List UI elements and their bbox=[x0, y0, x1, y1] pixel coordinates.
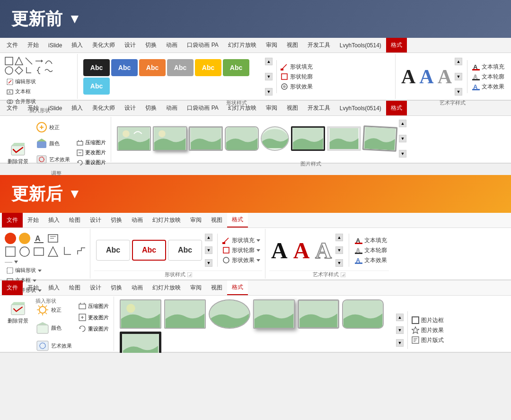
tab-devtools-b1[interactable]: 开发工具 bbox=[303, 38, 335, 52]
tab-devtools-b2[interactable]: 开发工具 bbox=[303, 101, 335, 115]
tab-beautify-b2[interactable]: 美化大师 bbox=[88, 101, 120, 115]
tab-lvyh-b1[interactable]: LvyhTools(0514) bbox=[335, 38, 386, 52]
swatch-yellow[interactable]: Abc bbox=[195, 59, 221, 76]
tab-file-b2[interactable]: 文件 bbox=[2, 101, 23, 115]
after-text-effect-btn[interactable]: A 文本效果 bbox=[355, 256, 387, 264]
tab-animate-b1[interactable]: 动画 bbox=[161, 38, 182, 52]
after-pic-border-btn[interactable]: 图片边框 bbox=[412, 316, 444, 324]
corrections-btn-b[interactable]: 校正 bbox=[33, 120, 73, 135]
text-effect-btn-b[interactable]: A 文本效果 bbox=[472, 83, 504, 91]
scroll-expand-1[interactable]: ▼ bbox=[265, 88, 273, 96]
tab-slideshow-b2[interactable]: 幻灯片放映 bbox=[223, 101, 261, 115]
text-fill-btn-b[interactable]: A 文本填充 bbox=[472, 63, 504, 71]
swatch-black[interactable]: Abc bbox=[83, 59, 110, 76]
tab-design-b2[interactable]: 设计 bbox=[120, 101, 141, 115]
remove-bg-btn-b[interactable]: 删除背景 bbox=[5, 140, 31, 167]
tab-draw-a1[interactable]: 绘图 bbox=[64, 213, 85, 228]
corrections-btn-a[interactable]: 校正 bbox=[33, 301, 75, 318]
after-pic-effect-btn[interactable]: 图片效果 bbox=[412, 326, 444, 334]
tab-islide-b1[interactable]: iSlide bbox=[44, 38, 67, 52]
pic-thumb-thick-border[interactable] bbox=[291, 126, 325, 151]
tab-pa-b2[interactable]: 口袋动画 PA bbox=[182, 101, 223, 115]
shape-fill-btn-b[interactable]: 形状填充 bbox=[281, 63, 313, 71]
art-effects-btn-b[interactable]: 艺术效果 bbox=[33, 152, 73, 167]
tab-switch-a1[interactable]: 切换 bbox=[106, 213, 127, 228]
tab-start-b1[interactable]: 开始 bbox=[23, 38, 44, 52]
pic-thumb-border[interactable] bbox=[189, 126, 223, 151]
reset-btn-b[interactable]: 重设图片 bbox=[75, 158, 108, 167]
swatch-gray[interactable]: Abc bbox=[167, 59, 194, 76]
tab-format-a2[interactable]: 格式 bbox=[227, 280, 248, 295]
pic-thumb-plain[interactable] bbox=[117, 126, 151, 151]
after-pic-layout-btn[interactable]: 图片版式 bbox=[412, 336, 444, 344]
scroll-down-art-a[interactable]: ▼ bbox=[335, 246, 343, 254]
tab-islide-b2[interactable]: iSlide bbox=[44, 101, 67, 115]
tab-view-a1[interactable]: 视图 bbox=[206, 213, 227, 228]
scroll-down-1[interactable]: ▼ bbox=[265, 73, 273, 80]
tab-insert-a1[interactable]: 插入 bbox=[44, 213, 64, 228]
scroll-expand-pic[interactable]: ▼ bbox=[399, 150, 406, 158]
after-pic-thumb-rounded[interactable] bbox=[342, 299, 384, 329]
after-shape-effect-btn[interactable]: 形状效果 bbox=[222, 256, 260, 264]
scroll-down-art[interactable]: ▼ bbox=[455, 73, 462, 80]
tab-design-a1[interactable]: 设计 bbox=[85, 213, 106, 228]
after-swatch-plain2[interactable]: Abc bbox=[168, 240, 202, 261]
remove-bg-btn-a[interactable]: 删除背景 bbox=[5, 299, 31, 326]
tab-animate-a1[interactable]: 动画 bbox=[127, 213, 148, 228]
tab-draw-a2[interactable]: 绘图 bbox=[64, 280, 85, 295]
tab-beautify-b1[interactable]: 美化大师 bbox=[88, 38, 120, 52]
scroll-down-pic-a[interactable]: ▼ bbox=[396, 326, 404, 334]
scroll-up-1[interactable]: ▲ bbox=[265, 58, 273, 65]
tab-review-b1[interactable]: 审阅 bbox=[261, 38, 282, 52]
after-pic-thumb-oval[interactable] bbox=[209, 299, 250, 329]
scroll-up-a1[interactable]: ▲ bbox=[205, 234, 212, 241]
change-btn-b[interactable]: 更改图片 bbox=[75, 148, 108, 157]
shapes-dropdown-btn[interactable] bbox=[5, 259, 19, 265]
tab-file-b1[interactable]: 文件 bbox=[2, 38, 23, 52]
after-shape-outline-btn[interactable]: 形状轮廓 bbox=[222, 246, 260, 254]
after-pic-thumb-shadow[interactable] bbox=[253, 299, 295, 329]
after-text-outline-btn[interactable]: A 文本轮廓 bbox=[355, 246, 387, 254]
tab-format-a1[interactable]: 格式 bbox=[227, 213, 248, 228]
tab-slideshow-a2[interactable]: 幻灯片放映 bbox=[148, 280, 185, 295]
after-shape-fill-btn[interactable]: 形状填充 bbox=[222, 236, 260, 245]
after-pic-thumb-plain[interactable] bbox=[120, 299, 161, 329]
text-box-btn-b[interactable]: A 文本框 bbox=[5, 87, 38, 96]
tab-review-b2[interactable]: 审阅 bbox=[261, 101, 282, 115]
scroll-expand-art-a[interactable]: ▼ bbox=[335, 259, 343, 267]
swatch-green[interactable]: Abc bbox=[223, 59, 249, 76]
edit-shape-btn-b[interactable]: 编辑形状 bbox=[5, 77, 38, 86]
tab-switch-b2[interactable]: 切换 bbox=[141, 101, 161, 115]
scroll-expand-a1[interactable]: ▼ bbox=[205, 259, 212, 267]
swatch-lightblue[interactable]: Abc bbox=[83, 78, 110, 95]
expand-icon-at[interactable] bbox=[341, 272, 345, 277]
scroll-up-pic-a[interactable]: ▲ bbox=[396, 314, 404, 321]
tab-animate-a2[interactable]: 动画 bbox=[127, 280, 148, 295]
scroll-down-a1[interactable]: ▼ bbox=[205, 246, 212, 254]
scroll-up-pic[interactable]: ▲ bbox=[399, 120, 406, 127]
tab-design-a2[interactable]: 设计 bbox=[85, 280, 106, 295]
tab-pa-b1[interactable]: 口袋动画 PA bbox=[182, 38, 223, 52]
shape-effect-btn-b[interactable]: 形状效果 bbox=[281, 83, 313, 91]
swatch-blue[interactable]: Abc bbox=[111, 59, 138, 76]
tab-format-b1[interactable]: 格式 bbox=[386, 38, 407, 52]
tab-view-a2[interactable]: 视图 bbox=[206, 280, 227, 295]
after-swatch-plain[interactable]: Abc bbox=[96, 240, 130, 261]
scroll-expand-pic-a[interactable]: ▼ bbox=[396, 339, 404, 347]
compress-btn-a[interactable]: 压缩图片 bbox=[77, 301, 111, 311]
pic-thumb-oval[interactable] bbox=[261, 126, 289, 151]
after-pic-thumb-thick-border[interactable] bbox=[120, 332, 161, 353]
color-btn-b[interactable]: 颜色 bbox=[33, 136, 73, 151]
tab-slideshow-a1[interactable]: 幻灯片放映 bbox=[148, 213, 185, 228]
tab-start-a2[interactable]: 开始 bbox=[23, 280, 44, 295]
shape-outline-btn-b[interactable]: 形状轮廓 bbox=[281, 73, 313, 81]
pic-thumb-rotated[interactable] bbox=[362, 125, 398, 152]
pic-thumb-shadow[interactable] bbox=[153, 126, 187, 151]
change-btn-a[interactable]: 更改图片 bbox=[77, 313, 111, 322]
tab-animate-b2[interactable]: 动画 bbox=[161, 101, 182, 115]
after-swatch-red[interactable]: Abc bbox=[132, 240, 166, 261]
tab-switch-b1[interactable]: 切换 bbox=[141, 38, 161, 52]
tab-insert-a2[interactable]: 插入 bbox=[44, 280, 64, 295]
scroll-expand-art[interactable]: ▼ bbox=[455, 88, 462, 96]
color-btn-a[interactable]: 颜色 bbox=[33, 319, 75, 336]
